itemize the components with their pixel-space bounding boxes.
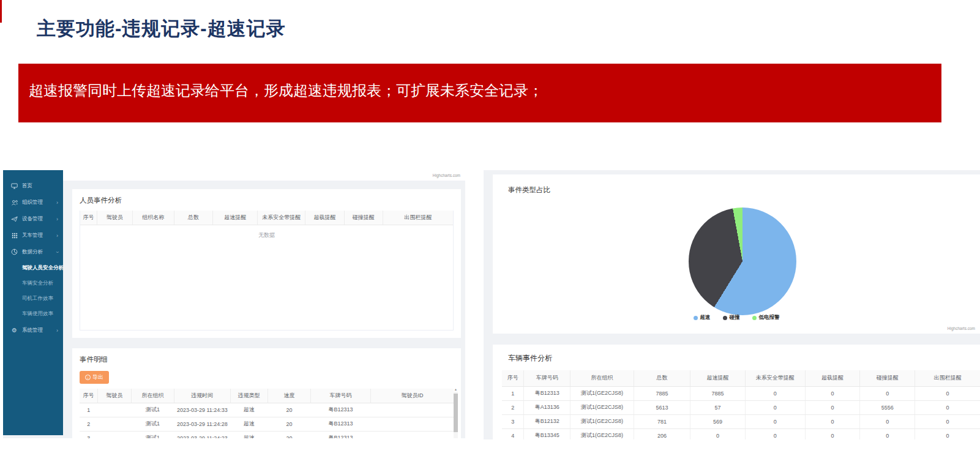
panel-title: 事件类型占比 xyxy=(493,174,980,195)
table-row[interactable]: 1测试12023-03-29 11:24:33超速20粤B12313 xyxy=(80,403,454,417)
table-cell: 粤B12313 xyxy=(524,386,570,400)
table-cell: 测试1(GE2CJS8) xyxy=(570,414,634,428)
table-row[interactable]: 4粤B13345测试1(GE2CJS8)20600000 xyxy=(502,428,980,439)
table-cell: 1 xyxy=(80,403,97,417)
table-header-row: 序号驾驶员组织名称总数超速提醒未系安全带提醒超载提醒碰撞提醒出围栏提醒 xyxy=(80,211,453,225)
table-row[interactable]: 1粤B12313测试1(GE2CJS8)788578850000 xyxy=(502,386,980,400)
table-cell: 超速 xyxy=(230,403,267,417)
table-cell: 0 xyxy=(805,386,860,400)
column-header: 未系安全带提醒 xyxy=(258,211,305,225)
sidebar-item-label: 首页 xyxy=(22,182,58,190)
table-cell: 粤B12132 xyxy=(524,414,570,428)
sidebar-item-label: 系统管理 xyxy=(22,327,56,334)
scrollbar-up-arrow-icon[interactable]: ▲ xyxy=(454,387,458,391)
export-button[interactable]: ↓ 导出 xyxy=(80,371,109,384)
table-cell: 0 xyxy=(915,386,980,400)
table-cell xyxy=(97,417,131,431)
column-header: 总数 xyxy=(634,370,690,386)
chevron-right-icon: › xyxy=(56,216,58,222)
table-cell xyxy=(370,431,454,438)
table-cell: 粤B13345 xyxy=(524,428,570,439)
table-cell: 20 xyxy=(267,431,310,438)
column-header: 车牌号码 xyxy=(311,389,371,403)
sidebar-item-device[interactable]: 设备管理 › xyxy=(3,211,63,227)
page-title: 主要功能-违规记录-超速记录 xyxy=(37,16,286,42)
banner-text: 超速报警同时上传超速记录给平台，形成超速违规报表；可扩展未系安全记录； xyxy=(29,81,543,100)
table-cell: 20 xyxy=(267,403,310,417)
table-cell: 2 xyxy=(502,400,524,414)
device-icon xyxy=(10,215,18,222)
highcharts-credit-link[interactable]: Highcharts.com xyxy=(433,173,460,178)
table-cell: 0 xyxy=(860,428,915,439)
legend-dot xyxy=(752,316,757,320)
table-cell: 7885 xyxy=(690,386,746,400)
legend-dot xyxy=(694,316,698,320)
legend-label: 碰撞 xyxy=(730,314,740,321)
sidebar-item-label: 组织管理 xyxy=(22,199,56,206)
export-button-label: 导出 xyxy=(92,373,103,381)
sidebar-item-forklift[interactable]: 叉车管理 › xyxy=(3,227,63,244)
sidebar-item-system[interactable]: ⚙ 系统管理 › xyxy=(3,322,63,338)
table-cell: 0 xyxy=(805,400,860,414)
table-cell: 7885 xyxy=(634,386,690,400)
person-event-table: 序号驾驶员组织名称总数超速提醒未系安全带提醒超载提醒碰撞提醒出围栏提醒 xyxy=(80,211,453,225)
table-cell: 2 xyxy=(80,417,97,431)
column-header: 未系安全带提醒 xyxy=(746,370,806,386)
table-row[interactable]: 2测试12023-03-29 11:24:28超速20粤B12313 xyxy=(80,417,454,431)
panel-title: 车辆事件分析 xyxy=(493,345,980,370)
column-header: 驾驶员 xyxy=(97,389,131,403)
column-header: 序号 xyxy=(502,370,524,386)
column-header: 序号 xyxy=(80,211,97,225)
description-banner: 超速报警同时上传超速记录给平台，形成超速违规报表；可扩展未系安全记录； xyxy=(18,64,941,122)
column-header: 超载提醒 xyxy=(305,211,344,225)
sidebar-subitem-vehicle-usage-efficiency[interactable]: 车辆使用效率 xyxy=(3,306,63,321)
sidebar-subitem-driver-safety-analysis[interactable]: 驾驶人员安全分析 xyxy=(3,260,63,275)
column-header: 违规类型 xyxy=(230,389,267,403)
table-cell: 4 xyxy=(502,428,524,439)
legend-item-collision[interactable]: 碰撞 xyxy=(723,314,740,321)
column-header: 速度 xyxy=(267,389,310,403)
sidebar-item-label: 数据分析 xyxy=(22,249,56,256)
legend-item-overspeed[interactable]: 超速 xyxy=(694,314,711,321)
left-main-content: Highcharts.com 人员事件分析 序号驾驶员组织名称总数超速提醒未系安… xyxy=(63,170,465,438)
column-header: 所在组织 xyxy=(131,389,174,403)
highcharts-credit-link[interactable]: Highcharts.com xyxy=(948,326,975,331)
sidebar-item-data-analysis[interactable]: 数据分析 › xyxy=(3,244,63,260)
table-cell: 0 xyxy=(860,414,915,428)
sidebar-subitem-driver-efficiency[interactable]: 司机工作效率 xyxy=(3,291,63,306)
table-cell: 测试1 xyxy=(131,417,174,431)
table-cell: 0 xyxy=(690,428,746,439)
driver-safety-dashboard-screenshot: 首页 组织管理 › 设备管理 › 叉车管理 › 数据 xyxy=(3,170,465,438)
column-header: 超载提醒 xyxy=(805,370,860,386)
table-row[interactable]: 3粤B12132测试1(GE2CJS8)7815690000 xyxy=(502,414,980,428)
vertical-scrollbar[interactable]: ▲ xyxy=(454,392,458,438)
slide-accent-mark xyxy=(0,0,2,23)
sidebar-item-label: 设备管理 xyxy=(22,215,56,223)
table-cell: 测试1(GE2CJS8) xyxy=(570,400,634,414)
column-header: 违规时间 xyxy=(174,389,231,403)
chevron-right-icon: › xyxy=(56,233,58,239)
pie-chart[interactable] xyxy=(689,207,796,315)
sidebar-subitem-vehicle-safety-analysis[interactable]: 车辆安全分析 xyxy=(3,275,63,291)
sidebar-item-organization[interactable]: 组织管理 › xyxy=(3,194,63,211)
table-row[interactable]: 2粤A13136测试1(GE2CJS8)5613570055560 xyxy=(502,400,980,414)
event-detail-table: 序号驾驶员所在组织违规时间违规类型速度车牌号码驾驶员ID 1测试12023-03… xyxy=(80,389,454,438)
chevron-right-icon: › xyxy=(56,200,58,206)
table-row[interactable]: 3测试12023-03-29 11:24:23超速20粤B12313 xyxy=(80,431,454,438)
sidebar-item-home[interactable]: 首页 xyxy=(3,178,63,194)
table-cell: 3 xyxy=(80,431,97,438)
column-header: 超速提醒 xyxy=(213,211,258,225)
chart-topbar: Highcharts.com xyxy=(63,170,465,181)
table-cell: 20 xyxy=(267,417,310,431)
column-header: 车牌号码 xyxy=(524,370,570,386)
table-cell: 2023-03-29 11:24:23 xyxy=(174,431,231,438)
legend-item-low-battery[interactable]: 低电报警 xyxy=(752,314,780,321)
table-cell: 57 xyxy=(690,400,746,414)
table-header-row: 序号驾驶员所在组织违规时间违规类型速度车牌号码驾驶员ID xyxy=(80,389,454,403)
column-header: 所在组织 xyxy=(570,370,634,386)
vehicle-event-analysis-panel: 车辆事件分析 序号车牌号码所在组织总数超速提醒未系安全带提醒超载提醒碰撞提醒出围… xyxy=(493,345,980,439)
panel-title: 人员事件分析 xyxy=(72,189,461,211)
scrollbar-thumb[interactable] xyxy=(454,394,458,432)
table-cell: 0 xyxy=(915,428,980,439)
table-cell: 2023-03-29 11:24:28 xyxy=(174,417,231,431)
